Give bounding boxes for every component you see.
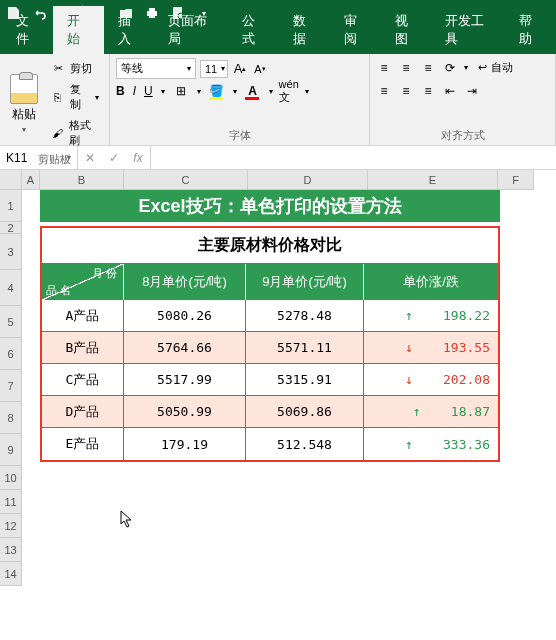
- indent-dec-icon[interactable]: ⇤: [442, 83, 458, 99]
- enter-formula-icon[interactable]: ✓: [102, 146, 126, 169]
- cut-button[interactable]: ✂剪切: [46, 58, 103, 78]
- cell-aug: 5517.99: [124, 364, 246, 395]
- tab-home[interactable]: 开始: [53, 6, 104, 54]
- column-headers: A B C D E F: [22, 170, 534, 190]
- align-left-icon[interactable]: ≡: [376, 83, 392, 99]
- row-header[interactable]: 3: [0, 234, 22, 270]
- bold-button[interactable]: B: [116, 84, 125, 98]
- row-header[interactable]: 1: [0, 190, 22, 222]
- cell-aug: 179.19: [124, 428, 246, 460]
- font-group-label: 字体: [116, 126, 363, 143]
- table-row[interactable]: C产品5517.995315.91↓202.08: [42, 364, 498, 396]
- row-header[interactable]: 11: [0, 490, 22, 514]
- cell-sep: 5315.91: [246, 364, 364, 395]
- phonetic-icon[interactable]: wén文: [281, 83, 297, 99]
- cell-diff: ↑198.22: [364, 300, 498, 331]
- align-middle-icon[interactable]: ≡: [398, 60, 414, 76]
- header-product-month: 月 份 品 名: [42, 264, 124, 300]
- col-header[interactable]: A: [22, 170, 40, 190]
- copy-icon: ⎘: [50, 89, 66, 105]
- col-header[interactable]: F: [498, 170, 534, 190]
- border-icon[interactable]: ⊞: [173, 83, 189, 99]
- tab-insert[interactable]: 插入: [104, 6, 155, 54]
- row-header[interactable]: 7: [0, 370, 22, 402]
- alignment-group: ≡ ≡ ≡ ⟳▾ ↩自动 ≡ ≡ ≡ ⇤ ⇥ 对齐方式: [370, 54, 556, 145]
- row-header[interactable]: 12: [0, 514, 22, 538]
- format-painter-button[interactable]: 🖌格式刷: [46, 116, 103, 150]
- tab-view[interactable]: 视图: [381, 6, 432, 54]
- align-bottom-icon[interactable]: ≡: [420, 60, 436, 76]
- fx-icon[interactable]: fx: [126, 146, 150, 169]
- decrease-font-icon[interactable]: A▾: [252, 61, 268, 77]
- row-header[interactable]: 6: [0, 338, 22, 370]
- data-table: 主要原材料价格对比 月 份 品 名 8月单价(元/吨) 9月单价(元/吨) 单价…: [40, 226, 500, 462]
- cells-area[interactable]: Excel技巧：单色打印的设置方法 主要原材料价格对比 月 份 品 名 8月单价…: [22, 190, 556, 586]
- table-row[interactable]: B产品5764.665571.11↓193.55: [42, 332, 498, 364]
- col-header[interactable]: E: [368, 170, 498, 190]
- cell-product: B产品: [42, 332, 124, 363]
- row-headers: 1 2 3 4 5 6 7 8 9 10 11 12 13 14: [0, 190, 22, 586]
- font-color-icon[interactable]: A: [245, 83, 261, 99]
- row-header[interactable]: 10: [0, 466, 22, 490]
- table-row[interactable]: D产品5050.995069.86↑18.87: [42, 396, 498, 428]
- table-row[interactable]: A产品5080.265278.48↑198.22: [42, 300, 498, 332]
- cancel-formula-icon[interactable]: ✕: [78, 146, 102, 169]
- tab-help[interactable]: 帮助: [505, 6, 556, 54]
- cell-aug: 5080.26: [124, 300, 246, 331]
- clipboard-icon: [10, 74, 38, 104]
- cell-diff: ↓193.55: [364, 332, 498, 363]
- font-group: 等线▾ 11▾ A▴ A▾ B I U▾ ⊞▾ 🪣▾ A▾ wén文▾ 字体: [110, 54, 370, 145]
- italic-button[interactable]: I: [133, 84, 136, 98]
- row-header[interactable]: 2: [0, 222, 22, 234]
- tab-review[interactable]: 审阅: [330, 6, 381, 54]
- font-family-select[interactable]: 等线▾: [116, 58, 196, 79]
- col-header[interactable]: C: [124, 170, 248, 190]
- row-header[interactable]: 14: [0, 562, 22, 586]
- arrow-up-icon: ↑: [413, 404, 421, 419]
- increase-font-icon[interactable]: A▴: [232, 61, 248, 77]
- cell-diff: ↑333.36: [364, 428, 498, 460]
- arrow-up-icon: ↑: [405, 437, 413, 452]
- spreadsheet-grid[interactable]: 1 2 3 4 5 6 7 8 9 10 11 12 13 14 Excel技巧…: [0, 190, 556, 586]
- align-top-icon[interactable]: ≡: [376, 60, 392, 76]
- clipboard-group: 粘贴 ▾ ✂剪切 ⎘复制▾ 🖌格式刷 剪贴板: [0, 54, 110, 145]
- fill-color-icon[interactable]: 🪣: [209, 83, 225, 99]
- alignment-group-label: 对齐方式: [376, 126, 549, 143]
- tab-data[interactable]: 数据: [279, 6, 330, 54]
- align-center-icon[interactable]: ≡: [398, 83, 414, 99]
- font-size-select[interactable]: 11▾: [200, 60, 228, 78]
- chevron-down-icon: ▾: [67, 153, 71, 162]
- arrow-up-icon: ↑: [405, 308, 413, 323]
- tab-developer[interactable]: 开发工具: [431, 6, 505, 54]
- underline-button[interactable]: U: [144, 84, 153, 98]
- row-header[interactable]: 4: [0, 270, 22, 306]
- col-header[interactable]: B: [40, 170, 124, 190]
- ribbon: 粘贴 ▾ ✂剪切 ⎘复制▾ 🖌格式刷 剪贴板 等线▾ 11▾ A▴ A▾ B I…: [0, 54, 556, 146]
- row-header[interactable]: 8: [0, 402, 22, 434]
- select-all-corner[interactable]: [0, 170, 22, 190]
- col-header[interactable]: D: [248, 170, 368, 190]
- row-header[interactable]: 9: [0, 434, 22, 466]
- tab-file[interactable]: 文件: [2, 6, 53, 54]
- orientation-icon[interactable]: ⟳: [442, 60, 458, 76]
- table-row[interactable]: E产品179.19512.548↑333.36: [42, 428, 498, 460]
- row-header[interactable]: 13: [0, 538, 22, 562]
- wrap-text-button[interactable]: ↩自动: [474, 58, 517, 77]
- cell-product: D产品: [42, 396, 124, 427]
- cell-product: E产品: [42, 428, 124, 460]
- tab-pagelayout[interactable]: 页面布局: [154, 6, 228, 54]
- row-header[interactable]: 5: [0, 306, 22, 338]
- tab-formulas[interactable]: 公式: [228, 6, 279, 54]
- copy-button[interactable]: ⎘复制▾: [46, 80, 103, 114]
- cell-aug: 5764.66: [124, 332, 246, 363]
- cell-sep: 5571.11: [246, 332, 364, 363]
- arrow-down-icon: ↓: [405, 372, 413, 387]
- cell-sep: 512.548: [246, 428, 364, 460]
- page-title: Excel技巧：单色打印的设置方法: [40, 190, 500, 222]
- paste-button[interactable]: 粘贴 ▾: [6, 70, 42, 138]
- indent-inc-icon[interactable]: ⇥: [464, 83, 480, 99]
- align-right-icon[interactable]: ≡: [420, 83, 436, 99]
- name-box[interactable]: K11 ▾: [0, 146, 78, 169]
- cell-diff: ↑18.87: [364, 396, 498, 427]
- table-title: 主要原材料价格对比: [42, 228, 498, 264]
